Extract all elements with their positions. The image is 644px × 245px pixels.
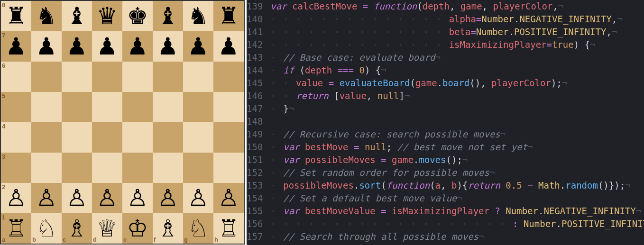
square-g1[interactable]: ♘g xyxy=(183,213,213,244)
square-g2[interactable]: ♙ xyxy=(183,183,213,213)
code-line[interactable]: · · · · · · · · · · · · · · · · · · · : … xyxy=(270,218,644,230)
square-b2[interactable]: ♙ xyxy=(31,183,62,213)
token-paren: ( xyxy=(430,180,435,191)
square-g7[interactable]: ♟ xyxy=(183,31,213,62)
square-c1[interactable]: ♗c xyxy=(62,213,92,244)
token-eol: ¬ xyxy=(612,27,617,37)
square-h3[interactable] xyxy=(213,153,244,183)
square-c2[interactable]: ♙ xyxy=(62,183,92,213)
file-label: b xyxy=(32,236,36,243)
token-var: game xyxy=(392,154,414,165)
square-a5[interactable]: 5 xyxy=(1,92,31,122)
code-line[interactable]: · var bestMoveValue = isMaximizingPlayer… xyxy=(270,205,644,218)
square-e5[interactable] xyxy=(122,92,153,122)
square-a1[interactable]: ♖1a xyxy=(1,213,31,244)
editor-code-area[interactable]: var calcBestMove = function(depth, game,… xyxy=(268,0,644,245)
square-h5[interactable] xyxy=(213,92,244,122)
code-line[interactable]: var calcBestMove = function(depth, game,… xyxy=(270,0,644,13)
square-d4[interactable] xyxy=(92,122,122,153)
code-line[interactable]: · // Set a default best move value¬ xyxy=(270,192,644,205)
piece-icon: ♟ xyxy=(127,35,148,58)
square-d5[interactable] xyxy=(92,92,122,122)
square-b1[interactable]: ♘b xyxy=(31,213,62,244)
code-line[interactable]: · · · · · · · · · · · · · · isMaximizing… xyxy=(270,38,644,51)
square-c6[interactable] xyxy=(62,62,92,92)
token-paren: ( xyxy=(300,65,305,75)
square-a4[interactable]: 4 xyxy=(1,122,31,153)
code-line[interactable]: · · · · · · · · · · · · · · alpha=Number… xyxy=(270,13,644,26)
code-line[interactable]: · // Search through all possible moves¬ xyxy=(270,230,644,243)
square-e8[interactable]: ♚ xyxy=(122,1,153,31)
square-f1[interactable]: ♗f xyxy=(153,213,183,244)
square-b7[interactable]: ♟ xyxy=(31,31,62,62)
square-g5[interactable] xyxy=(183,92,213,122)
code-line[interactable]: · var bestMove = null; // best move not … xyxy=(270,141,644,154)
square-g6[interactable] xyxy=(183,62,213,92)
token-text xyxy=(386,154,392,165)
square-a2[interactable]: ♙2 xyxy=(1,183,31,213)
square-h1[interactable]: ♖h xyxy=(213,213,244,244)
square-b5[interactable] xyxy=(31,92,62,122)
code-line[interactable]: · · return [value, null]¬ xyxy=(270,90,644,102)
square-b3[interactable] xyxy=(31,153,62,183)
code-line[interactable]: · possibleMoves.sort(function(a, b){retu… xyxy=(270,179,644,192)
square-b4[interactable] xyxy=(31,122,62,153)
square-f2[interactable]: ♙ xyxy=(153,183,183,213)
token-paren: ){ xyxy=(457,180,468,191)
token-const: Number xyxy=(476,27,509,37)
square-e6[interactable] xyxy=(122,62,153,92)
code-line[interactable]: · · · · · · · · · · · · · · beta=Number.… xyxy=(270,26,644,38)
square-f8[interactable]: ♝ xyxy=(153,1,183,31)
square-d7[interactable]: ♟ xyxy=(92,31,122,62)
square-f6[interactable] xyxy=(153,62,183,92)
token-var: playerColor xyxy=(493,1,552,11)
square-d3[interactable] xyxy=(92,153,122,183)
token-eol: ¬ xyxy=(489,167,495,178)
square-e4[interactable] xyxy=(122,122,153,153)
code-line[interactable] xyxy=(270,115,644,128)
code-line[interactable]: · · value = evaluateBoard(game.board(), … xyxy=(270,77,644,90)
square-e7[interactable]: ♟ xyxy=(122,31,153,62)
square-f3[interactable] xyxy=(153,153,183,183)
code-editor[interactable]: 1391401411421431441451461471481491501511… xyxy=(247,0,644,245)
square-h2[interactable]: ♙ xyxy=(213,183,244,213)
square-e1[interactable]: ♔e xyxy=(122,213,153,244)
square-e2[interactable]: ♙ xyxy=(122,183,153,213)
square-a6[interactable]: 6 xyxy=(1,62,31,92)
square-a3[interactable]: 3 xyxy=(1,153,31,183)
code-line[interactable]: · if (depth === 0) {¬ xyxy=(270,64,644,77)
code-line[interactable]: · // Recursive case: search possible mov… xyxy=(270,128,644,141)
square-c5[interactable] xyxy=(62,92,92,122)
square-g3[interactable] xyxy=(183,153,213,183)
square-h8[interactable]: ♜ xyxy=(213,1,244,31)
square-a7[interactable]: ♟7 xyxy=(1,31,31,62)
square-c4[interactable] xyxy=(62,122,92,153)
square-d1[interactable]: ♕d xyxy=(92,213,122,244)
square-f5[interactable] xyxy=(153,92,183,122)
chess-board[interactable]: ♜8♞♝♛♚♝♞♜♟7♟♟♟♟♟♟♟6543♙2♙♙♙♙♙♙♙♖1a♘b♗c♕d… xyxy=(1,1,244,244)
square-h4[interactable] xyxy=(213,122,244,153)
square-c8[interactable]: ♝ xyxy=(62,1,92,31)
square-f7[interactable]: ♟ xyxy=(153,31,183,62)
square-c7[interactable]: ♟ xyxy=(62,31,92,62)
code-line[interactable]: · }¬ xyxy=(270,102,644,115)
square-f4[interactable] xyxy=(153,122,183,153)
square-b6[interactable] xyxy=(31,62,62,92)
square-g4[interactable] xyxy=(183,122,213,153)
square-d8[interactable]: ♛ xyxy=(92,1,122,31)
square-d6[interactable] xyxy=(92,62,122,92)
code-line[interactable]: · var possibleMoves = game.moves();¬ xyxy=(270,154,644,166)
code-line[interactable]: · // Set random order for possible moves… xyxy=(270,166,644,179)
square-d2[interactable]: ♙ xyxy=(92,183,122,213)
square-c3[interactable] xyxy=(62,153,92,183)
indent-guide: · xyxy=(270,142,283,152)
square-h6[interactable] xyxy=(213,62,244,92)
square-a8[interactable]: ♜8 xyxy=(1,1,31,31)
square-h7[interactable]: ♟ xyxy=(213,31,244,62)
code-line[interactable]: · // Base case: evaluate board¬ xyxy=(270,51,644,64)
token-text xyxy=(500,206,506,216)
square-b8[interactable]: ♞ xyxy=(31,1,62,31)
piece-icon: ♝ xyxy=(157,4,179,28)
square-e3[interactable] xyxy=(122,153,153,183)
square-g8[interactable]: ♞ xyxy=(183,1,213,31)
